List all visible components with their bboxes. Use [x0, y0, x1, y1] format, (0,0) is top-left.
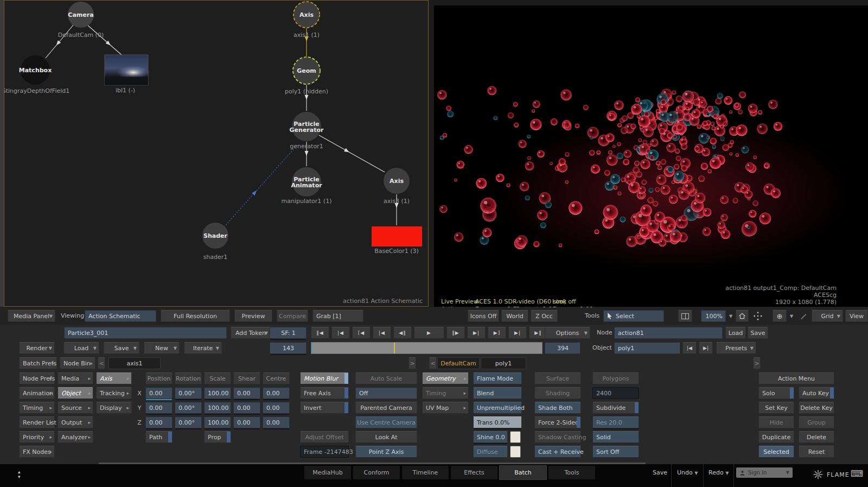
media-panel-button[interactable]: Media Panel ▼: [8, 310, 55, 322]
sort-select[interactable]: Sort Off: [592, 446, 639, 458]
z-centre-field[interactable]: 0.00: [263, 416, 290, 428]
tracking-menu[interactable]: Tracking▸: [96, 387, 132, 399]
column-header-rotation[interactable]: Rotation: [175, 372, 202, 384]
action-menu-button[interactable]: Action Menu: [758, 372, 834, 384]
full-resolution-button[interactable]: Full Resolution: [161, 310, 230, 322]
play-button[interactable]: ▶: [414, 327, 444, 339]
iterate-button[interactable]: Iterate ▼: [184, 342, 222, 354]
x-scale-field[interactable]: 100.00: [204, 387, 231, 399]
auto-key-toggle[interactable]: Auto Key: [799, 387, 834, 399]
add-token-button[interactable]: Add Token ▼: [231, 327, 271, 339]
delete-button[interactable]: Delete: [799, 431, 834, 443]
end-frame-field[interactable]: 394: [545, 342, 580, 354]
clip-name-field[interactable]: Particle3_001: [64, 327, 227, 339]
module-tab-batch[interactable]: Batch: [499, 465, 547, 480]
y-centre-field[interactable]: 0.00: [263, 402, 290, 414]
save-button[interactable]: Save: [653, 469, 667, 476]
sign-in-button[interactable]: Sign In ▼: [736, 467, 793, 478]
tab-axis1[interactable]: axis1: [108, 357, 161, 369]
next-keyframe-button[interactable]: ▶|: [508, 327, 527, 339]
surface-button[interactable]: Surface: [534, 372, 581, 384]
media-menu[interactable]: Media▸: [58, 372, 93, 384]
x-centre-field[interactable]: 0.00: [263, 387, 290, 399]
node-bin-menu[interactable]: Node Bin ▸: [60, 357, 95, 369]
solid-select[interactable]: Solid: [592, 431, 639, 443]
blend-select[interactable]: Blend: [473, 387, 522, 399]
delete-key-button[interactable]: Delete Key: [799, 402, 834, 414]
next-object-button[interactable]: ▶|: [699, 342, 713, 354]
module-tab-tools[interactable]: Tools: [548, 465, 596, 480]
selected-mode-button[interactable]: Selected: [758, 446, 794, 458]
point-z-axis-button[interactable]: Point Z Axis: [355, 446, 417, 458]
shadow-casting-button[interactable]: Shadow Casting: [534, 431, 581, 443]
polygon-count-field[interactable]: 2400: [592, 387, 639, 399]
animation-menu[interactable]: Animation▸: [19, 387, 55, 399]
tab-poly1[interactable]: poly1: [481, 357, 526, 369]
select-tool-field[interactable]: Select: [603, 310, 664, 322]
play-pause-button[interactable]: ‖▶: [446, 327, 465, 339]
x-shear-field[interactable]: 0.00: [233, 387, 260, 399]
playhead[interactable]: [394, 343, 395, 353]
grab-button[interactable]: Grab [1]: [312, 310, 363, 322]
module-tab-timeline[interactable]: Timeline: [401, 465, 449, 480]
prev-keyframe-button[interactable]: |◀: [331, 327, 350, 339]
y-rotation-field[interactable]: 0.00°: [175, 402, 202, 414]
split-view-button[interactable]: [678, 310, 692, 322]
action-schematic-panel[interactable]: CameraDefaultCam (0)MatchboxStingrayDept…: [4, 0, 429, 307]
axis-menu[interactable]: Axis▸: [96, 372, 132, 384]
force-2-sided-toggle[interactable]: Force 2-Sided: [534, 416, 581, 428]
offset-frame-field[interactable]: Frame -2147483: [300, 446, 349, 458]
subdivide-res-field[interactable]: Res 20.0: [592, 416, 639, 428]
render-list-menu[interactable]: Render List▸: [19, 416, 55, 428]
zoom-dropdown[interactable]: ▼: [727, 310, 735, 322]
goto-start-button[interactable]: ‖◀: [311, 327, 329, 339]
y-scale-field[interactable]: 100.00: [204, 402, 231, 414]
new-setup-button[interactable]: New ▼: [144, 342, 180, 354]
group-button[interactable]: Group: [799, 416, 834, 428]
flame-mode-select[interactable]: Flame Mode: [473, 372, 522, 384]
world-button[interactable]: World: [501, 310, 528, 322]
presets-button[interactable]: Presets ▼: [716, 342, 756, 354]
set-key-button[interactable]: Set Key: [758, 402, 794, 414]
module-tab-effects[interactable]: Effects: [450, 465, 498, 480]
hide-button[interactable]: Hide: [758, 416, 794, 428]
axis-mode-select[interactable]: Off: [355, 387, 417, 399]
solo-toggle[interactable]: Solo: [758, 387, 794, 399]
z-occ-button[interactable]: Z Occ: [531, 310, 558, 322]
current-frame-field[interactable]: 143: [270, 342, 307, 354]
analyzer-menu[interactable]: Analyzer▸: [58, 431, 93, 443]
load-setup-button[interactable]: Load ▼: [63, 342, 99, 354]
undo-button[interactable]: Undo ▼: [677, 469, 698, 476]
node-ibl[interactable]: [105, 55, 150, 85]
duplicate-button[interactable]: Duplicate: [758, 431, 794, 443]
options-button[interactable]: Options ▼: [545, 327, 590, 339]
goto-out-button[interactable]: ▶]: [488, 327, 506, 339]
icons-off-button[interactable]: Icons Off: [468, 310, 499, 322]
column-header-centre[interactable]: Centre: [263, 372, 290, 384]
object-tab-scroll-left-button[interactable]: <: [429, 357, 437, 369]
panel-resize-handle[interactable]: ▴ ▾: [18, 470, 21, 479]
object-menu[interactable]: Object▸: [58, 387, 93, 399]
column-header-position[interactable]: Position: [145, 372, 173, 384]
node-name-field[interactable]: action81: [614, 327, 723, 339]
step-back-button[interactable]: |◀: [373, 327, 391, 339]
auto-scale-button[interactable]: Auto Scale: [355, 372, 417, 384]
shade-both-select[interactable]: Shade Both: [534, 402, 581, 414]
polygons-button[interactable]: Polygons: [592, 372, 639, 384]
pick-tool-button[interactable]: [797, 310, 809, 322]
module-tab-conform[interactable]: Conform: [353, 465, 400, 480]
fx-nodes-menu[interactable]: FX Nodes▸: [19, 446, 55, 458]
unpremultiplied-select[interactable]: Unpremultiplied: [473, 402, 522, 414]
free-axis-toggle[interactable]: Free Axis: [300, 387, 349, 399]
path-toggle[interactable]: Path: [145, 431, 173, 443]
x-rotation-field[interactable]: 0.00°: [175, 387, 202, 399]
view-mode-field[interactable]: Action Schematic: [85, 310, 156, 322]
color-swatch[interactable]: [510, 431, 521, 443]
keyboard-shortcuts-icon[interactable]: ⌨: [851, 469, 863, 479]
tab-scroll-right-button[interactable]: >: [409, 357, 416, 369]
step-forward-button[interactable]: ▶|: [467, 327, 486, 339]
home-view-button[interactable]: [736, 310, 749, 322]
column-header-scale[interactable]: Scale: [204, 372, 231, 384]
batch-prefs-menu[interactable]: Batch Prefs ▸: [19, 357, 57, 369]
timing-menu[interactable]: Timing▸: [19, 402, 55, 414]
